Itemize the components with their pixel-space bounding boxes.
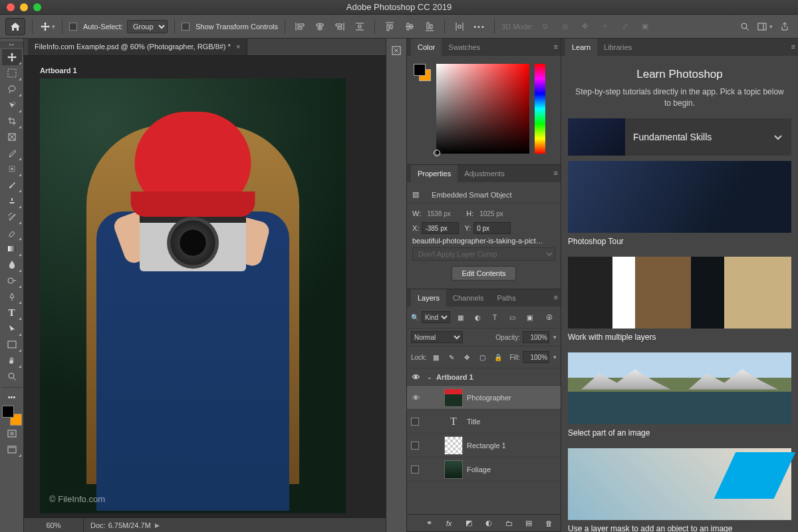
panel-menu-icon[interactable]: ≡: [554, 43, 558, 51]
visibility-toggle[interactable]: 👁: [410, 373, 422, 381]
auto-select-checkbox[interactable]: [69, 23, 77, 31]
disclosure-icon[interactable]: ⌄: [427, 374, 432, 380]
panel-menu-icon[interactable]: ≡: [554, 169, 558, 177]
lock-transparency-icon[interactable]: ▩: [430, 349, 442, 365]
artboard-label[interactable]: Artboard 1: [40, 66, 77, 74]
tools-grip[interactable]: ▸▸: [0, 41, 23, 48]
move-tool[interactable]: [2, 49, 22, 65]
hand-tool[interactable]: [2, 352, 22, 368]
crop-tool[interactable]: [2, 113, 22, 129]
panel-menu-icon[interactable]: ≡: [554, 293, 558, 301]
trash-icon[interactable]: 🗑: [541, 515, 557, 531]
layer-row[interactable]: Foliage: [407, 458, 561, 481]
layer-name[interactable]: Rectangle 1: [467, 442, 558, 450]
canvas[interactable]: Artboard 1 © FileInfo.com: [24, 56, 386, 517]
filter-smart-icon[interactable]: ▣: [522, 309, 537, 325]
fill-field[interactable]: [523, 351, 549, 363]
tab-learn[interactable]: Learn: [565, 39, 597, 56]
type-tool[interactable]: T: [2, 305, 22, 321]
y-field[interactable]: [473, 222, 511, 234]
layer-name[interactable]: Photographer: [467, 394, 558, 402]
rectangle-tool[interactable]: [2, 336, 22, 352]
tab-libraries[interactable]: Libraries: [597, 39, 638, 56]
filter-type-icon[interactable]: T: [487, 309, 502, 325]
layer-row[interactable]: 👁 Photographer: [407, 386, 561, 410]
layer-thumb[interactable]: [444, 460, 463, 479]
search-icon[interactable]: 🔍: [411, 314, 419, 321]
layer-row[interactable]: T Title: [407, 410, 561, 434]
new-layer-icon[interactable]: ▤: [521, 515, 537, 531]
align-left-icon[interactable]: [292, 19, 308, 35]
filter-kind-combo[interactable]: Kind: [422, 311, 450, 323]
filter-toggle[interactable]: ⦿: [542, 309, 557, 325]
eraser-tool[interactable]: [2, 225, 22, 241]
status-menu-icon[interactable]: ▶: [155, 522, 160, 529]
close-icon[interactable]: ×: [236, 43, 240, 51]
visibility-toggle[interactable]: [410, 465, 422, 473]
artboard-content[interactable]: © FileInfo.com: [40, 78, 346, 513]
workspace-switcher-icon[interactable]: ▾: [757, 19, 773, 35]
align-top-icon[interactable]: [382, 19, 398, 35]
zoom-tool[interactable]: [2, 368, 22, 384]
home-button[interactable]: [5, 18, 25, 35]
tutorial-item[interactable]: Photoshop Tour: [568, 161, 791, 250]
marquee-tool[interactable]: [2, 65, 22, 81]
dodge-tool[interactable]: [2, 273, 22, 289]
lock-pixels-icon[interactable]: ✎: [445, 349, 458, 365]
tab-paths[interactable]: Paths: [491, 289, 523, 307]
show-transform-checkbox[interactable]: [182, 23, 190, 31]
filter-shape-icon[interactable]: ▭: [505, 309, 519, 325]
distribute-v-icon[interactable]: [452, 19, 467, 35]
align-right-icon[interactable]: [332, 19, 348, 35]
x-field[interactable]: [422, 222, 459, 234]
move-tool-icon[interactable]: ▾: [39, 19, 55, 35]
color-fg-bg-swatch[interactable]: [414, 64, 431, 81]
layer-row[interactable]: Rectangle 1: [407, 434, 561, 458]
history-panel-icon[interactable]: [388, 43, 404, 59]
visibility-toggle[interactable]: [410, 441, 422, 450]
clone-stamp-tool[interactable]: [2, 193, 22, 209]
tab-adjustments[interactable]: Adjustments: [458, 165, 511, 182]
align-vcenter-icon[interactable]: [402, 19, 418, 35]
path-select-tool[interactable]: [2, 321, 22, 336]
tab-channels[interactable]: Channels: [446, 289, 490, 307]
quick-mask-tool[interactable]: [2, 426, 22, 442]
opacity-field[interactable]: [523, 331, 549, 343]
fundamental-skills-row[interactable]: Fundamental Skills: [568, 118, 791, 156]
hue-slider[interactable]: [535, 64, 545, 154]
tab-color[interactable]: Color: [411, 39, 442, 56]
align-bottom-icon[interactable]: [422, 19, 438, 35]
tab-swatches[interactable]: Swatches: [442, 39, 487, 56]
zoom-window[interactable]: [33, 3, 41, 11]
gradient-tool[interactable]: [2, 241, 22, 257]
lasso-tool[interactable]: [2, 81, 22, 97]
visibility-toggle[interactable]: 👁: [410, 394, 422, 402]
layer-name[interactable]: Artboard 1: [436, 373, 558, 381]
brush-tool[interactable]: [2, 177, 22, 193]
tutorial-item[interactable]: Use a layer mask to add an object to an …: [568, 448, 791, 532]
history-brush-tool[interactable]: [2, 209, 22, 225]
visibility-toggle[interactable]: [410, 417, 422, 426]
tutorial-item[interactable]: Select part of an image: [568, 352, 791, 442]
layer-name[interactable]: Foliage: [467, 466, 558, 473]
filter-pixel-icon[interactable]: ▦: [453, 309, 467, 325]
group-icon[interactable]: 🗀: [501, 515, 517, 531]
layer-name[interactable]: Title: [467, 418, 558, 426]
close-window[interactable]: [7, 3, 15, 11]
adjustment-layer-icon[interactable]: ◐: [481, 515, 497, 531]
layer-mask-icon[interactable]: ◩: [461, 515, 477, 531]
zoom-level[interactable]: 60%: [24, 518, 84, 532]
auto-select-combo[interactable]: Group: [127, 20, 168, 33]
tab-properties[interactable]: Properties: [411, 165, 458, 182]
tab-layers[interactable]: Layers: [411, 289, 446, 307]
color-swatches-tool[interactable]: [2, 406, 22, 426]
pen-tool[interactable]: [2, 289, 22, 305]
color-field[interactable]: [436, 64, 529, 154]
eyedropper-tool[interactable]: [2, 145, 22, 161]
document-tab[interactable]: FileInfo.com Example.psd @ 60% (Photogra…: [28, 38, 247, 55]
tutorial-item[interactable]: Work with multiple layers: [568, 257, 791, 346]
layer-thumb[interactable]: [444, 436, 463, 455]
lock-position-icon[interactable]: ✥: [461, 349, 473, 365]
distribute-h-icon[interactable]: [352, 19, 368, 35]
search-icon[interactable]: [737, 19, 753, 35]
